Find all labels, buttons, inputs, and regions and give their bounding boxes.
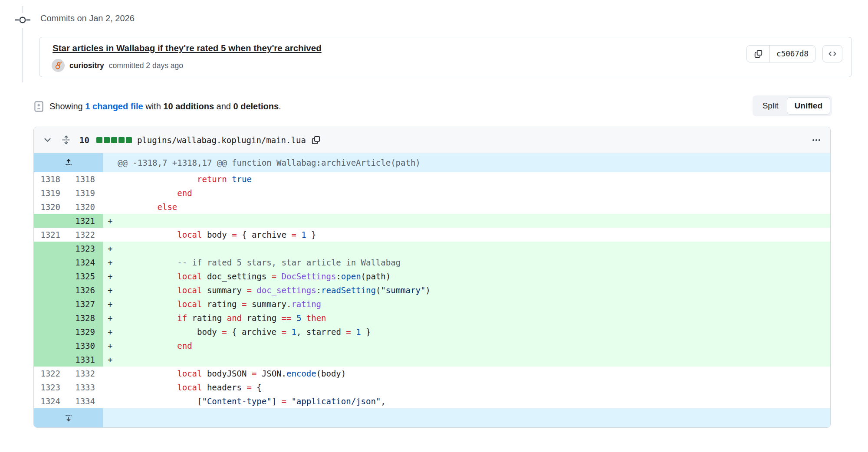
code-token: ] bbox=[272, 396, 282, 406]
old-line-number[interactable]: 1319 bbox=[34, 186, 68, 200]
old-line-number[interactable]: 1321 bbox=[34, 228, 68, 242]
new-line-number[interactable]: 1331 bbox=[68, 353, 103, 367]
code-line: local body = { archive = 1 } bbox=[103, 228, 830, 242]
diff-row-add: 1327+ local rating = summary.rating bbox=[34, 297, 830, 311]
expand-up-button[interactable] bbox=[34, 153, 103, 172]
new-line-number[interactable]: 1320 bbox=[68, 200, 103, 214]
copy-icon bbox=[754, 50, 763, 58]
code-token: (body) bbox=[316, 369, 346, 378]
new-line-number[interactable]: 1322 bbox=[68, 228, 103, 242]
new-line-number[interactable]: 1323 bbox=[68, 242, 103, 255]
old-line-number[interactable] bbox=[34, 325, 68, 339]
commit-author-link[interactable]: curiositry bbox=[69, 61, 104, 70]
code-token: open bbox=[341, 272, 361, 281]
old-line-number[interactable]: 1323 bbox=[34, 380, 68, 394]
old-line-number[interactable]: 1322 bbox=[34, 367, 68, 380]
old-line-number[interactable] bbox=[34, 214, 68, 228]
diff-marker: + bbox=[108, 353, 118, 367]
new-line-number[interactable]: 1334 bbox=[68, 394, 103, 408]
code-token: local bbox=[177, 230, 202, 239]
code-token: DocSettings bbox=[282, 272, 336, 281]
new-line-number[interactable]: 1327 bbox=[68, 297, 103, 311]
old-line-number[interactable] bbox=[34, 339, 68, 353]
file-options-kebab-icon[interactable] bbox=[812, 135, 821, 145]
diff-marker: + bbox=[108, 214, 118, 228]
browse-code-button[interactable] bbox=[822, 45, 842, 62]
new-line-number[interactable]: 1332 bbox=[68, 367, 103, 380]
diffstat-square-added bbox=[111, 137, 117, 143]
old-line-number[interactable]: 1324 bbox=[34, 394, 68, 408]
code-token: JSON. bbox=[256, 369, 286, 378]
code-token: headers bbox=[202, 383, 247, 392]
new-line-number[interactable]: 1325 bbox=[68, 269, 103, 283]
code-token: rating bbox=[187, 313, 227, 323]
diff-view-toggle: Split Unified bbox=[753, 95, 832, 116]
old-line-number[interactable] bbox=[34, 255, 68, 269]
code-line: local bodyJSON = JSON.encode(body) bbox=[103, 367, 830, 380]
code-token bbox=[118, 313, 177, 323]
code-token bbox=[252, 285, 256, 295]
commit-meta: curiositry committed 2 days ago bbox=[52, 59, 183, 72]
expand-down-button[interactable] bbox=[34, 408, 103, 427]
diff-row-add: 1330+ end bbox=[34, 339, 830, 353]
new-line-number[interactable]: 1319 bbox=[68, 186, 103, 200]
diff-marker: + bbox=[108, 339, 118, 353]
new-line-number[interactable]: 1321 bbox=[68, 214, 103, 228]
code-token: end bbox=[177, 341, 192, 350]
changed-file-link[interactable]: 1 changed file bbox=[85, 102, 143, 111]
summary-with: with bbox=[143, 102, 164, 111]
code-text: else bbox=[118, 202, 177, 212]
old-line-number[interactable] bbox=[34, 311, 68, 325]
code-text: end bbox=[118, 341, 192, 350]
code-token: = bbox=[247, 383, 251, 392]
old-line-number[interactable] bbox=[34, 283, 68, 297]
diff-row-add: 1323+ bbox=[34, 242, 830, 255]
code-token: and bbox=[227, 313, 242, 323]
old-line-number[interactable] bbox=[34, 269, 68, 283]
new-line-number[interactable]: 1328 bbox=[68, 311, 103, 325]
collapse-file-chevron-down-icon[interactable] bbox=[43, 135, 52, 144]
avatar[interactable] bbox=[52, 59, 65, 72]
old-line-number[interactable] bbox=[34, 353, 68, 367]
new-line-number[interactable]: 1329 bbox=[68, 325, 103, 339]
code-token bbox=[227, 174, 232, 184]
old-line-number[interactable]: 1320 bbox=[34, 200, 68, 214]
hunk-header-text: @@ -1318,7 +1318,17 @@ function Wallabag… bbox=[103, 153, 830, 172]
code-token: , starred bbox=[296, 327, 346, 337]
code-text: ["Content-type"] = "application/json", bbox=[118, 396, 386, 406]
commit-title-link[interactable]: Star articles in Wallabag if they're rat… bbox=[53, 43, 322, 53]
code-line: + bbox=[103, 214, 830, 228]
code-token: summary. bbox=[247, 299, 291, 309]
code-token: = bbox=[272, 272, 276, 281]
old-line-number[interactable]: 1318 bbox=[34, 172, 68, 186]
code-token: "summary" bbox=[381, 285, 425, 295]
new-line-number[interactable]: 1324 bbox=[68, 255, 103, 269]
code-token: = bbox=[232, 230, 237, 239]
unified-view-button[interactable]: Unified bbox=[787, 97, 830, 115]
old-line-number[interactable] bbox=[34, 297, 68, 311]
file-diff-icon bbox=[33, 101, 44, 112]
code-text: -- if rated 5 stars, star article in Wal… bbox=[118, 258, 401, 267]
old-line-number[interactable] bbox=[34, 242, 68, 255]
commit-sha-button[interactable]: c5067d8 bbox=[770, 46, 815, 62]
code-token bbox=[291, 313, 296, 323]
new-line-number[interactable]: 1330 bbox=[68, 339, 103, 353]
summary-deletions: 0 deletions bbox=[233, 102, 279, 111]
new-line-number[interactable]: 1326 bbox=[68, 283, 103, 297]
new-line-number[interactable]: 1318 bbox=[68, 172, 103, 186]
code-token: bodyJSON bbox=[202, 369, 251, 378]
summary-and: and bbox=[214, 102, 233, 111]
expand-all-hunks-icon[interactable] bbox=[62, 135, 71, 144]
new-line-number[interactable]: 1333 bbox=[68, 380, 103, 394]
diff-row-context: 13241334 ["Content-type"] = "application… bbox=[34, 394, 830, 408]
copy-sha-button[interactable] bbox=[747, 46, 770, 62]
diff-row-add: 1329+ body = { archive = 1, starred = 1 … bbox=[34, 325, 830, 339]
diffstat-square-added bbox=[96, 137, 102, 143]
diff-row-add: 1328+ if rating and rating == 5 then bbox=[34, 311, 830, 325]
sha-button-group: c5067d8 bbox=[746, 45, 815, 62]
split-view-button[interactable]: Split bbox=[754, 101, 787, 111]
summary-showing: Showing bbox=[49, 102, 85, 111]
copy-file-path-icon[interactable] bbox=[312, 136, 320, 144]
code-token bbox=[301, 313, 306, 323]
expand-bottom-row bbox=[34, 408, 830, 427]
